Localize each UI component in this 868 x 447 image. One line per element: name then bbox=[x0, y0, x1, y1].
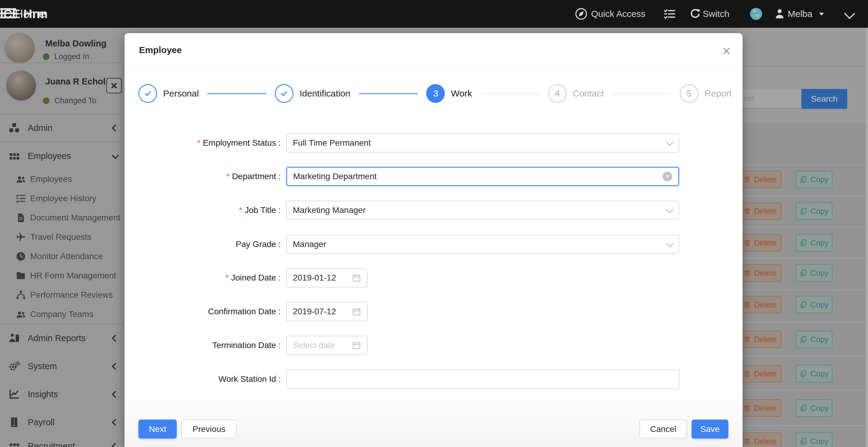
profile-status: Logged In bbox=[43, 52, 89, 61]
delete-button[interactable]: Delete bbox=[738, 331, 781, 348]
chevron-left-icon bbox=[112, 443, 119, 447]
employment-status-label: Employment Status bbox=[125, 133, 281, 153]
close-icon[interactable]: ✕ bbox=[718, 43, 735, 60]
save-button[interactable]: Save bbox=[691, 420, 728, 439]
step-connector bbox=[480, 93, 539, 94]
sidebar: Melba Dowling Logged In Juana R Echols ✕… bbox=[0, 28, 126, 447]
row-divider bbox=[726, 322, 865, 322]
task-list-icon[interactable] bbox=[663, 8, 676, 20]
confirmation-date-picker[interactable]: 2019-07-12 bbox=[286, 302, 368, 321]
step-work[interactable]: 3 Work bbox=[426, 84, 472, 103]
file-icon bbox=[16, 213, 26, 223]
delete-label: Delete bbox=[754, 335, 777, 344]
step-connector bbox=[359, 93, 418, 94]
payroll-doc-icon bbox=[8, 417, 20, 428]
step-label: Personal bbox=[163, 88, 199, 99]
select-value: Marketing Manager bbox=[293, 205, 667, 215]
delete-label: Delete bbox=[754, 404, 777, 413]
next-button[interactable]: Next bbox=[138, 420, 177, 439]
sidebar-subitem-employee-history[interactable]: Employee History bbox=[0, 189, 126, 208]
sidebar-subitem-hr-form-management[interactable]: HR Form Management bbox=[0, 266, 126, 285]
sidebar-subitem-label: Employee History bbox=[30, 193, 96, 203]
search-input[interactable]: ext bbox=[736, 89, 801, 109]
avatar-melba[interactable] bbox=[4, 33, 36, 64]
work-station-id-input[interactable] bbox=[286, 369, 680, 389]
copy-button[interactable]: Copy bbox=[796, 399, 832, 417]
sidebar-subitem-company-teams[interactable]: Company Teams bbox=[0, 305, 126, 324]
previous-button[interactable]: Previous bbox=[181, 420, 237, 439]
quick-access-link[interactable]: Quick Access bbox=[591, 0, 645, 28]
sidebar-subitem-document-management[interactable]: Document Management bbox=[0, 208, 126, 228]
copy-button[interactable]: Copy bbox=[796, 331, 832, 348]
delete-button[interactable]: Delete bbox=[738, 202, 781, 220]
language-globe-icon[interactable] bbox=[750, 7, 763, 20]
department-select[interactable]: Marketing Department ✕ bbox=[286, 167, 679, 186]
delete-button[interactable]: Delete bbox=[738, 365, 781, 383]
copy-button[interactable]: Copy bbox=[796, 202, 832, 220]
joined-date-picker[interactable]: 2019-01-12 bbox=[286, 268, 368, 288]
copy-button[interactable]: Copy bbox=[796, 365, 832, 383]
modal-title: Employee bbox=[139, 33, 182, 67]
copy-button[interactable]: Copy bbox=[796, 171, 832, 188]
folder-icon bbox=[16, 271, 26, 281]
sidebar-item-recruitment[interactable]: Recruitment bbox=[0, 432, 126, 447]
status-dot-green bbox=[43, 53, 50, 60]
scrollbar[interactable] bbox=[866, 28, 868, 447]
row-divider bbox=[726, 196, 865, 197]
sidebar-item-system[interactable]: System bbox=[0, 352, 126, 380]
sidebar-subitem-employees[interactable]: Employees bbox=[0, 170, 126, 189]
employment-status-select[interactable]: Full Time Permanent bbox=[286, 133, 679, 153]
step-number: 5 bbox=[680, 84, 699, 103]
step-contact[interactable]: 4 Contact bbox=[548, 84, 604, 103]
check-icon bbox=[138, 84, 157, 103]
sidebar-item-insights[interactable]: Insights bbox=[0, 380, 126, 408]
chevron-left-icon bbox=[112, 334, 119, 342]
delete-button[interactable]: Delete bbox=[738, 171, 781, 188]
chevron-down-icon[interactable] bbox=[844, 8, 855, 19]
user-icon[interactable] bbox=[774, 8, 785, 20]
search-button[interactable]: Search bbox=[801, 89, 847, 109]
grid-icon bbox=[8, 150, 20, 162]
step-identification[interactable]: Identification bbox=[275, 84, 350, 103]
close-switched-user-button[interactable]: ✕ bbox=[106, 78, 122, 93]
sidebar-item-label: Admin Reports bbox=[28, 333, 86, 343]
chart-line-icon bbox=[8, 388, 20, 400]
sidebar-subitem-label: HR Form Management bbox=[30, 271, 116, 280]
sidebar-subitem-performance-reviews[interactable]: Performance Reviews bbox=[0, 285, 126, 305]
step-personal[interactable]: Personal bbox=[138, 84, 199, 103]
delete-button[interactable]: Delete bbox=[738, 399, 781, 417]
delete-button[interactable]: Delete bbox=[738, 296, 781, 314]
pay-grade-select[interactable]: Manager bbox=[286, 235, 679, 254]
copy-button[interactable]: Copy bbox=[796, 433, 832, 447]
compass-icon[interactable] bbox=[575, 7, 588, 20]
sidebar-item-admin[interactable]: Admin bbox=[0, 114, 126, 142]
copy-button[interactable]: Copy bbox=[796, 264, 832, 282]
copy-label: Copy bbox=[810, 175, 829, 184]
avatar-juana[interactable] bbox=[5, 70, 37, 101]
copy-label: Copy bbox=[810, 335, 829, 344]
step-label: Contact bbox=[573, 88, 604, 99]
copy-button[interactable]: Copy bbox=[796, 234, 832, 251]
sidebar-subitem-monitor-attendance[interactable]: Monitor Attendance bbox=[0, 247, 126, 266]
delete-button[interactable]: Delete bbox=[738, 264, 781, 282]
calendar-icon bbox=[352, 341, 361, 350]
termination-date-picker[interactable]: Select date bbox=[286, 336, 368, 355]
job-title-select[interactable]: Marketing Manager bbox=[286, 201, 679, 220]
cancel-button[interactable]: Cancel bbox=[640, 420, 687, 439]
sidebar-subitem-travel-requests[interactable]: Travel Requests bbox=[0, 228, 126, 247]
clear-icon[interactable]: ✕ bbox=[662, 172, 672, 181]
copy-button[interactable]: Copy bbox=[796, 296, 832, 314]
select-value: Manager bbox=[293, 239, 667, 249]
delete-button[interactable]: Delete bbox=[738, 234, 781, 251]
copy-label: Copy bbox=[810, 369, 829, 379]
sidebar-subitem-label: Monitor Attendance bbox=[30, 251, 103, 261]
chevron-down-icon bbox=[665, 239, 674, 247]
delete-button[interactable]: Delete bbox=[738, 433, 781, 447]
sidebar-item-employees[interactable]: Employees bbox=[0, 142, 126, 170]
switch-icon[interactable] bbox=[689, 8, 701, 20]
sidebar-item-admin-reports[interactable]: Admin Reports bbox=[0, 324, 126, 352]
step-report[interactable]: 5 Report bbox=[680, 84, 732, 103]
switch-link[interactable]: Switch bbox=[703, 0, 729, 28]
sidebar-item-label: Admin bbox=[28, 123, 53, 133]
user-menu[interactable]: Melba bbox=[788, 0, 812, 28]
